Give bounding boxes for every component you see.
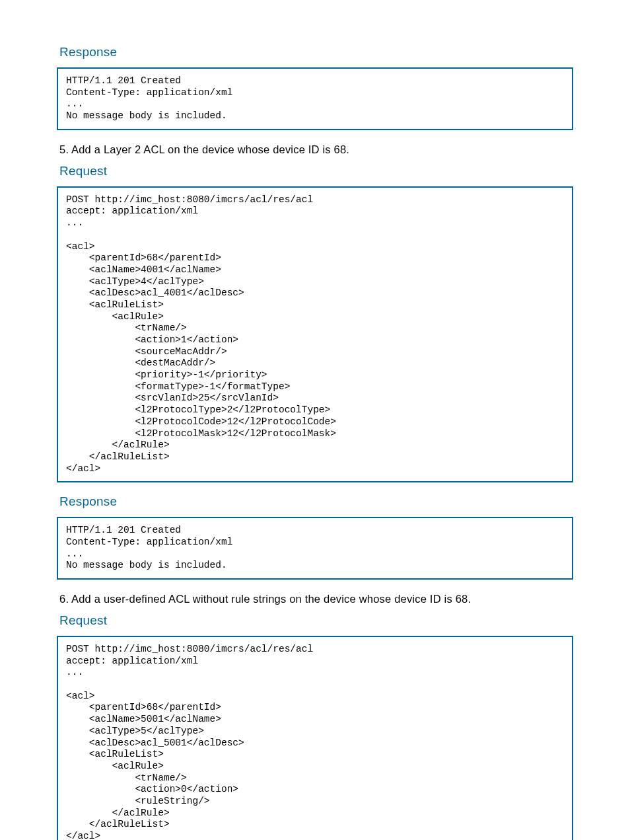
code-block: POST http://imc_host:8080/imcrs/acl/res/…: [57, 186, 573, 483]
code-block: HTTP/1.1 201 Created Content-Type: appli…: [57, 517, 573, 580]
code-block: HTTP/1.1 201 Created Content-Type: appli…: [57, 67, 573, 130]
code-block: POST http://imc_host:8080/imcrs/acl/res/…: [57, 636, 573, 840]
section-heading: Request: [59, 164, 577, 178]
body-text: 5. Add a Layer 2 ACL on the device whose…: [59, 143, 577, 156]
section-heading: Request: [59, 613, 577, 628]
body-text: 6. Add a user-defined ACL without rule s…: [59, 593, 577, 605]
section-heading: Response: [59, 45, 577, 59]
section-heading: Response: [59, 494, 577, 509]
